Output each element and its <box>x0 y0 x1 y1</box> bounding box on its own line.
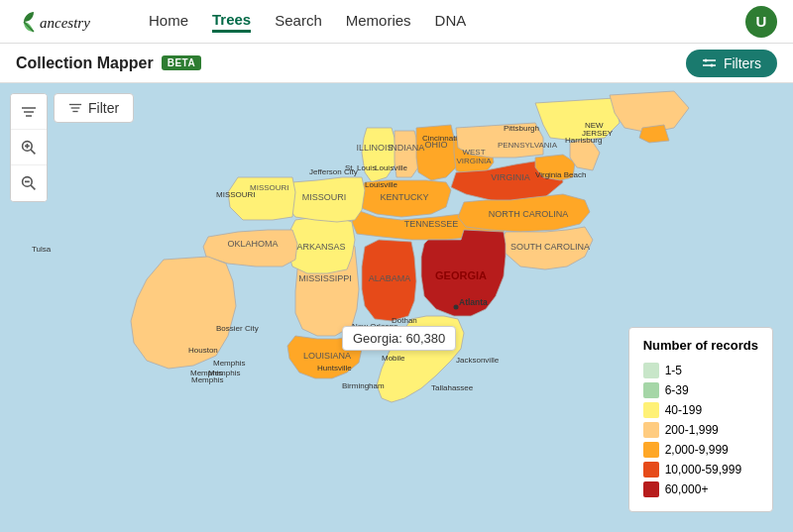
svg-text:GEORGIA: GEORGIA <box>435 269 487 281</box>
filters-label: Filters <box>724 55 761 71</box>
svg-text:Mobile: Mobile <box>382 354 405 363</box>
beta-badge: BETA <box>162 55 201 70</box>
svg-text:MISSISSIPPI: MISSISSIPPI <box>298 273 352 283</box>
legend-label: 2,000-9,999 <box>665 443 729 457</box>
nav-links: Home Trees Search Memories DNA <box>149 11 745 33</box>
svg-text:ancestry: ancestry <box>40 15 90 31</box>
legend-item: 1-5 <box>643 363 758 378</box>
sub-header-left: Collection Mapper BETA <box>16 54 201 72</box>
svg-text:TENNESSEE: TENNESSEE <box>404 219 459 229</box>
svg-text:PENNSYLVANIA: PENNSYLVANIA <box>498 141 558 150</box>
svg-text:Bossier City: Bossier City <box>216 324 259 333</box>
legend-title: Number of records <box>643 338 758 355</box>
svg-text:NORTH CAROLINA: NORTH CAROLINA <box>489 209 568 219</box>
svg-text:VIRGINIA: VIRGINIA <box>491 172 530 182</box>
svg-text:Virginia Beach: Virginia Beach <box>535 170 586 179</box>
nav-dna[interactable]: DNA <box>435 12 467 31</box>
avatar[interactable]: U <box>745 6 777 38</box>
zoom-in-icon <box>21 140 37 156</box>
sub-header: Collection Mapper BETA Filters <box>0 44 793 83</box>
svg-text:OKLAHOMA: OKLAHOMA <box>227 239 278 249</box>
filters-icon <box>702 55 718 71</box>
legend-label: 60,000+ <box>665 482 709 496</box>
svg-text:VIRGINIA: VIRGINIA <box>456 157 492 165</box>
filters-button[interactable]: Filters <box>686 50 777 77</box>
legend-label: 10,000-59,999 <box>665 463 741 477</box>
svg-text:Jacksonville: Jacksonville <box>456 356 500 365</box>
svg-text:Memphis: Memphis <box>213 359 245 368</box>
legend-swatch <box>643 462 659 478</box>
svg-text:INDIANA: INDIANA <box>389 143 425 153</box>
svg-text:ALABAMA: ALABAMA <box>369 273 411 283</box>
svg-text:JERSEY: JERSEY <box>582 129 614 138</box>
legend: Number of records 1-5 6-39 40-199 200-1,… <box>628 327 773 512</box>
svg-text:Tulsa: Tulsa <box>32 245 52 254</box>
page-title: Collection Mapper <box>16 54 154 72</box>
logo[interactable]: ancestry <box>16 8 125 36</box>
filter-icon <box>21 104 37 120</box>
legend-item: 200-1,999 <box>643 422 758 438</box>
navigation: ancestry Home Trees Search Memories DNA … <box>0 0 793 44</box>
svg-text:ARKANSAS: ARKANSAS <box>296 242 345 252</box>
zoom-out-icon <box>21 175 37 191</box>
legend-swatch <box>643 363 659 378</box>
legend-item: 6-39 <box>643 382 758 398</box>
filter-icon-btn[interactable] <box>11 94 47 130</box>
svg-text:Atlanta: Atlanta <box>459 297 488 307</box>
nav-memories[interactable]: Memories <box>346 12 411 31</box>
nav-trees[interactable]: Trees <box>212 11 251 33</box>
nav-search[interactable]: Search <box>275 12 322 31</box>
svg-line-56 <box>31 150 35 154</box>
svg-text:LOUISIANA: LOUISIANA <box>303 351 351 361</box>
nav-home[interactable]: Home <box>149 12 188 31</box>
svg-text:Houston: Houston <box>188 346 218 355</box>
legend-label: 40-199 <box>665 403 702 417</box>
svg-text:SOUTH CAROLINA: SOUTH CAROLINA <box>510 242 590 252</box>
zoom-in-button[interactable] <box>11 130 47 165</box>
filter-overlay-icon <box>68 101 82 115</box>
svg-text:WEST: WEST <box>462 148 485 157</box>
map-controls <box>10 93 48 202</box>
legend-items: 1-5 6-39 40-199 200-1,999 2,000-9,999 10… <box>643 363 758 497</box>
svg-text:Louisville: Louisville <box>365 180 397 189</box>
svg-text:Memphis: Memphis <box>208 369 240 377</box>
legend-item: 40-199 <box>643 402 758 418</box>
zoom-out-button[interactable] <box>11 165 47 201</box>
legend-label: 1-5 <box>665 364 682 377</box>
svg-text:KENTUCKY: KENTUCKY <box>380 192 428 202</box>
svg-text:Dothan: Dothan <box>392 316 417 325</box>
map-container[interactable]: ILLINOIS INDIANA OHIO WEST VIRGINIA VIRG… <box>0 83 793 532</box>
svg-text:Birmingham: Birmingham <box>342 381 385 390</box>
svg-text:MISSOURI: MISSOURI <box>302 192 347 202</box>
legend-item: 2,000-9,999 <box>643 442 758 458</box>
svg-text:Cincinnati: Cincinnati <box>422 134 457 143</box>
legend-swatch <box>643 382 659 398</box>
filter-overlay-label: Filter <box>88 100 119 116</box>
svg-point-48 <box>454 305 459 310</box>
legend-label: 200-1,999 <box>665 423 719 437</box>
svg-text:Pittsburgh: Pittsburgh <box>504 124 539 133</box>
legend-label: 6-39 <box>665 383 689 397</box>
svg-text:Louisville: Louisville <box>375 163 407 172</box>
svg-text:Tallahassee: Tallahassee <box>431 383 474 392</box>
legend-item: 10,000-59,999 <box>643 462 758 478</box>
filter-overlay-button[interactable]: Filter <box>54 93 134 123</box>
svg-line-60 <box>31 185 35 189</box>
legend-swatch <box>643 402 659 418</box>
svg-text:Huntsville: Huntsville <box>317 364 352 372</box>
svg-text:MISSOURI: MISSOURI <box>250 183 289 192</box>
legend-swatch <box>643 422 659 438</box>
legend-swatch <box>643 442 659 458</box>
legend-item: 60,000+ <box>643 481 758 497</box>
svg-text:Jefferson City: Jefferson City <box>309 167 358 176</box>
legend-swatch <box>643 481 659 497</box>
